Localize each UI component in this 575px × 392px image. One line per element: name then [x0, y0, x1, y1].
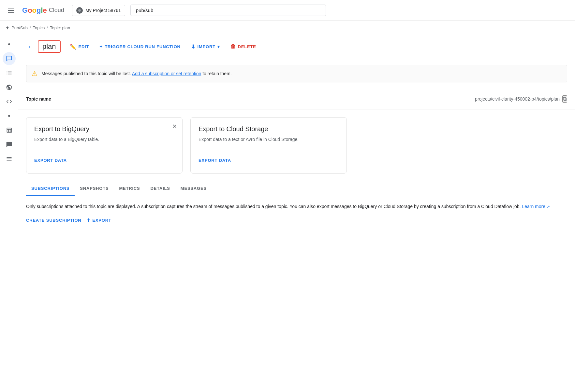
back-button[interactable]: ←	[26, 42, 35, 52]
top-header: Google Cloud My Project 58761	[0, 0, 575, 21]
bigquery-card-title: Export to BigQuery	[34, 125, 174, 133]
close-bigquery-card-button[interactable]: ✕	[172, 123, 177, 130]
bigquery-card-divider	[26, 150, 182, 150]
cloud-text: Cloud	[49, 7, 64, 14]
breadcrumb: ✦ Pub/Sub / Topics / Topic: plan	[0, 21, 575, 35]
cloud-storage-card-divider	[191, 150, 346, 150]
sidebar-item-list2[interactable]	[3, 152, 16, 165]
export-bigquery-card: ✕ Export to BigQuery Export data to a Bi…	[26, 117, 183, 174]
sidebar-item-list[interactable]	[3, 66, 16, 79]
main-content: ← plan ✏️ EDIT + TRIGGER CLOUD RUN FUNCT…	[18, 35, 575, 390]
google-cloud-logo[interactable]: Google Cloud	[22, 6, 64, 15]
breadcrumb-sep-2: /	[47, 25, 48, 30]
export-cloud-storage-card: Export to Cloud Storage Export data to a…	[190, 117, 347, 174]
tab-details[interactable]: DETAILS	[145, 181, 175, 196]
topic-name-label: Topic name	[26, 96, 78, 102]
cloud-storage-card-title: Export to Cloud Storage	[199, 125, 339, 133]
copy-button[interactable]: ⧉	[562, 95, 567, 103]
hamburger-menu[interactable]	[5, 5, 17, 16]
tabs: SUBSCRIPTIONS SNAPSHOTS METRICS DETAILS …	[18, 181, 575, 196]
export-cards: ✕ Export to BigQuery Export data to a Bi…	[26, 117, 567, 174]
subscriptions-content: Only subscriptions attached to this topi…	[18, 196, 575, 232]
breadcrumb-current: Topic: plan	[50, 25, 70, 30]
main-layout: ← plan ✏️ EDIT + TRIGGER CLOUD RUN FUNCT…	[0, 35, 575, 390]
toolbar: ← plan ✏️ EDIT + TRIGGER CLOUD RUN FUNCT…	[18, 35, 575, 58]
search-input[interactable]	[130, 5, 326, 16]
sidebar-item-storage[interactable]	[3, 81, 16, 94]
warning-icon: ⚠	[32, 70, 37, 77]
project-name: My Project 58761	[85, 8, 121, 13]
tab-metrics[interactable]: METRICS	[114, 181, 145, 196]
warning-message: Messages published to this topic will be…	[41, 71, 232, 76]
bigquery-card-desc: Export data to a BigQuery table.	[34, 137, 174, 142]
delete-button[interactable]: 🗑 DELETE	[227, 41, 260, 52]
cloud-storage-card-desc: Export data to a text or Avro file in Cl…	[199, 137, 339, 142]
topic-name-value: projects/civil-clarity-450002-p4/topics/…	[475, 96, 560, 102]
learn-more-link[interactable]: Learn more ↗	[522, 204, 550, 209]
bottom-actions: CREATE SUBSCRIPTION ⬆ EXPORT	[26, 215, 567, 225]
sidebar-item-messages[interactable]	[3, 52, 16, 65]
breadcrumb-sep-1: /	[30, 25, 31, 30]
breadcrumb-pubsub[interactable]: Pub/Sub	[11, 25, 28, 30]
sidebar-item-chat[interactable]	[3, 138, 16, 151]
topic-info: Topic name projects/civil-clarity-450002…	[18, 89, 575, 109]
sidebar-item-dot2[interactable]	[3, 109, 16, 122]
tab-messages[interactable]: MESSAGES	[175, 181, 212, 196]
sidebar-item-dot1[interactable]	[3, 38, 16, 51]
export-icon: ⬆	[87, 218, 91, 223]
sidebar-item-code[interactable]	[3, 95, 16, 108]
edit-button[interactable]: ✏️ EDIT	[66, 41, 93, 52]
import-icon: ⬇	[191, 44, 196, 50]
create-subscription-button[interactable]: CREATE SUBSCRIPTION	[26, 215, 81, 225]
page-title: plan	[38, 40, 61, 53]
external-link-icon: ↗	[547, 204, 550, 209]
plus-icon: +	[99, 44, 103, 49]
sidebar-item-table[interactable]	[3, 124, 16, 137]
sidebar	[0, 35, 18, 390]
pubsub-breadcrumb-icon: ✦	[5, 25, 9, 31]
breadcrumb-topics[interactable]: Topics	[33, 25, 45, 30]
project-icon	[76, 7, 83, 14]
warning-link[interactable]: Add a subscription or set retention	[132, 71, 201, 76]
export-cloud-storage-button[interactable]: EXPORT DATA	[199, 155, 231, 165]
project-selector[interactable]: My Project 58761	[72, 5, 125, 16]
chevron-down-icon: ▾	[217, 44, 220, 49]
tab-snapshots[interactable]: SNAPSHOTS	[75, 181, 114, 196]
tab-subscriptions[interactable]: SUBSCRIPTIONS	[26, 181, 75, 196]
edit-icon: ✏️	[70, 44, 77, 50]
delete-icon: 🗑	[230, 44, 236, 49]
google-g-logo: Google	[22, 6, 47, 15]
export-bigquery-button[interactable]: EXPORT DATA	[34, 155, 67, 165]
trigger-cloud-run-button[interactable]: + TRIGGER CLOUD RUN FUNCTION	[96, 41, 184, 52]
warning-banner: ⚠ Messages published to this topic will …	[26, 65, 567, 82]
subscriptions-description: Only subscriptions attached to this topi…	[26, 203, 567, 210]
import-button[interactable]: ⬇ IMPORT ▾	[187, 41, 224, 52]
export-subscriptions-button[interactable]: ⬆ EXPORT	[87, 215, 111, 225]
